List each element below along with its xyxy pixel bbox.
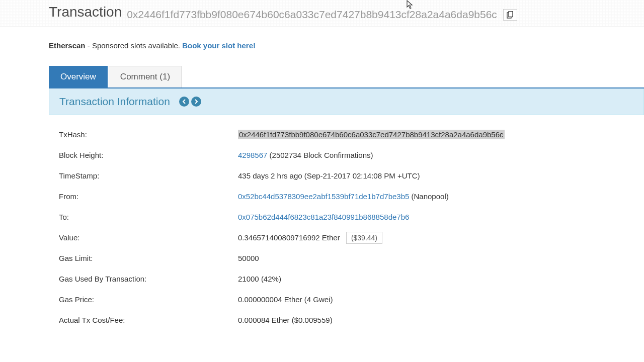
label-value: Value: bbox=[59, 233, 238, 242]
label-gas-price: Gas Price: bbox=[59, 295, 238, 304]
row-gas-price: Gas Price: 0.000000004 Ether (4 Gwei) bbox=[59, 295, 634, 304]
row-to: To: 0x075b62d444f6823c81a23f840991b86885… bbox=[59, 213, 634, 221]
label-gas-limit: Gas Limit: bbox=[59, 254, 238, 262]
sponsor-banner: Etherscan - Sponsored slots available. B… bbox=[49, 41, 644, 50]
label-txhash: TxHash: bbox=[59, 130, 238, 139]
value-usd: ($39.44) bbox=[346, 232, 382, 244]
label-gas-used: Gas Used By Transaction: bbox=[59, 275, 238, 283]
value-actual-cost: 0.000084 Ether ($0.009559) bbox=[238, 316, 634, 324]
row-block-height: Block Height: 4298567 (2502734 Block Con… bbox=[59, 151, 634, 159]
sponsor-brand: Etherscan bbox=[49, 41, 86, 50]
to-address-link[interactable]: 0x075b62d444f6823c81a23f840991b868858de7… bbox=[238, 213, 409, 221]
tab-bar: Overview Comment (1) bbox=[49, 66, 644, 88]
panel-header: Transaction Information bbox=[49, 88, 644, 115]
row-from: From: 0x52bc44d5378309ee2abf1539bf71de1b… bbox=[59, 192, 634, 201]
block-height-link[interactable]: 4298567 bbox=[238, 151, 267, 159]
sponsor-link[interactable]: Book your slot here! bbox=[182, 41, 256, 50]
panel-title: Transaction Information bbox=[59, 96, 170, 108]
page-header: Transaction 0x2446f1fd773fbb9f080e674b60… bbox=[0, 0, 644, 27]
label-from: From: bbox=[59, 192, 238, 201]
value-gas-used: 21000 (42%) bbox=[238, 275, 634, 283]
copy-button[interactable] bbox=[503, 9, 517, 21]
label-to: To: bbox=[59, 213, 238, 221]
from-label: (Nanopool) bbox=[409, 192, 448, 201]
label-timestamp: TimeStamp: bbox=[59, 171, 238, 180]
label-block-height: Block Height: bbox=[59, 151, 238, 159]
chevron-right-icon bbox=[194, 99, 198, 104]
next-tx-button[interactable] bbox=[191, 97, 201, 107]
value-timestamp: 435 days 2 hrs ago (Sep-21-2017 02:14:08… bbox=[238, 171, 634, 180]
prev-tx-button[interactable] bbox=[179, 97, 189, 107]
transaction-details: TxHash: 0x2446f1fd773fbb9f080e674b60c6a0… bbox=[49, 115, 644, 341]
chevron-left-icon bbox=[182, 99, 186, 104]
value-ether: 0.346571400809716992 Ether bbox=[238, 233, 340, 242]
value-gas-limit: 50000 bbox=[238, 254, 634, 262]
row-actual-cost: Actual Tx Cost/Fee: 0.000084 Ether ($0.0… bbox=[59, 316, 634, 324]
block-confirmations: (2502734 Block Confirmations) bbox=[267, 151, 373, 159]
row-gas-used: Gas Used By Transaction: 21000 (42%) bbox=[59, 275, 634, 283]
row-gas-limit: Gas Limit: 50000 bbox=[59, 254, 634, 262]
row-timestamp: TimeStamp: 435 days 2 hrs ago (Sep-21-20… bbox=[59, 171, 634, 180]
row-txhash: TxHash: 0x2446f1fd773fbb9f080e674b60c6a0… bbox=[59, 130, 634, 139]
from-address-link[interactable]: 0x52bc44d5378309ee2abf1539bf71de1b7d7be3… bbox=[238, 192, 409, 201]
copy-icon bbox=[507, 11, 514, 19]
row-value: Value: 0.346571400809716992 Ether ($39.4… bbox=[59, 233, 634, 242]
page-title: Transaction bbox=[49, 4, 122, 20]
label-actual-cost: Actual Tx Cost/Fee: bbox=[59, 316, 238, 324]
sponsor-text: - Sponsored slots available. bbox=[86, 41, 183, 50]
tab-overview[interactable]: Overview bbox=[49, 66, 108, 87]
tab-comment[interactable]: Comment (1) bbox=[109, 66, 182, 87]
value-gas-price: 0.000000004 Ether (4 Gwei) bbox=[238, 295, 634, 304]
header-tx-hash: 0x2446f1fd773fbb9f080e674b60c6a033c7ed74… bbox=[127, 9, 497, 20]
svg-rect-1 bbox=[509, 11, 513, 17]
value-txhash: 0x2446f1fd773fbb9f080e674b60c6a033c7ed74… bbox=[238, 130, 505, 139]
